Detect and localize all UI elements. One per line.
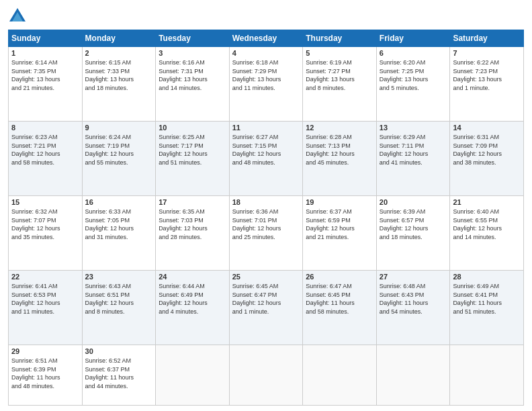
day-cell: 22Sunrise: 6:41 AM Sunset: 6:53 PM Dayli… [9, 270, 83, 345]
day-info: Sunrise: 6:14 AM Sunset: 7:35 PM Dayligh… [11, 58, 79, 92]
day-info: Sunrise: 6:28 AM Sunset: 7:13 PM Dayligh… [306, 133, 373, 167]
day-info: Sunrise: 6:37 AM Sunset: 6:59 PM Dayligh… [306, 208, 373, 241]
day-cell: 8Sunrise: 6:23 AM Sunset: 7:21 PM Daylig… [9, 121, 83, 195]
day-info: Sunrise: 6:44 AM Sunset: 6:49 PM Dayligh… [159, 282, 226, 316]
header-sunday: Sunday [9, 30, 83, 47]
logo [8, 7, 30, 26]
day-cell: 2Sunrise: 6:15 AM Sunset: 7:33 PM Daylig… [82, 47, 156, 122]
day-cell [376, 345, 450, 405]
day-cell: 16Sunrise: 6:33 AM Sunset: 7:05 PM Dayli… [82, 195, 156, 270]
week-row-5: 29Sunrise: 6:51 AM Sunset: 6:39 PM Dayli… [9, 345, 524, 405]
day-cell: 29Sunrise: 6:51 AM Sunset: 6:39 PM Dayli… [9, 345, 83, 405]
day-number: 5 [306, 49, 373, 57]
day-info: Sunrise: 6:51 AM Sunset: 6:39 PM Dayligh… [11, 357, 79, 390]
day-number: 13 [380, 124, 447, 132]
day-cell [229, 345, 303, 405]
day-number: 21 [453, 198, 521, 206]
day-number: 17 [159, 198, 226, 206]
week-row-1: 1Sunrise: 6:14 AM Sunset: 7:35 PM Daylig… [9, 47, 524, 122]
header-wednesday: Wednesday [229, 30, 303, 47]
day-info: Sunrise: 6:29 AM Sunset: 7:11 PM Dayligh… [380, 133, 447, 167]
day-number: 4 [232, 49, 300, 57]
day-cell: 19Sunrise: 6:37 AM Sunset: 6:59 PM Dayli… [303, 195, 377, 270]
day-cell: 5Sunrise: 6:19 AM Sunset: 7:27 PM Daylig… [303, 47, 377, 122]
day-number: 2 [85, 49, 153, 57]
day-number: 18 [232, 198, 300, 206]
day-info: Sunrise: 6:47 AM Sunset: 6:45 PM Dayligh… [306, 282, 373, 316]
day-info: Sunrise: 6:20 AM Sunset: 7:25 PM Dayligh… [380, 58, 447, 92]
day-info: Sunrise: 6:25 AM Sunset: 7:17 PM Dayligh… [159, 133, 226, 167]
day-info: Sunrise: 6:48 AM Sunset: 6:43 PM Dayligh… [380, 282, 447, 316]
day-number: 6 [380, 49, 447, 57]
day-cell: 15Sunrise: 6:32 AM Sunset: 7:07 PM Dayli… [9, 195, 83, 270]
day-info: Sunrise: 6:27 AM Sunset: 7:15 PM Dayligh… [232, 133, 300, 167]
day-cell: 26Sunrise: 6:47 AM Sunset: 6:45 PM Dayli… [303, 270, 377, 345]
day-cell: 7Sunrise: 6:22 AM Sunset: 7:23 PM Daylig… [450, 47, 524, 122]
day-number: 25 [232, 273, 300, 281]
day-cell: 17Sunrise: 6:35 AM Sunset: 7:03 PM Dayli… [156, 195, 230, 270]
day-number: 27 [380, 273, 447, 281]
day-cell [450, 345, 524, 405]
day-info: Sunrise: 6:39 AM Sunset: 6:57 PM Dayligh… [380, 208, 447, 241]
day-info: Sunrise: 6:35 AM Sunset: 7:03 PM Dayligh… [159, 208, 226, 241]
day-info: Sunrise: 6:49 AM Sunset: 6:41 PM Dayligh… [453, 282, 521, 316]
day-info: Sunrise: 6:45 AM Sunset: 6:47 PM Dayligh… [232, 282, 300, 316]
day-number: 3 [159, 49, 226, 57]
day-cell: 13Sunrise: 6:29 AM Sunset: 7:11 PM Dayli… [376, 121, 450, 195]
day-number: 24 [159, 273, 226, 281]
day-info: Sunrise: 6:40 AM Sunset: 6:55 PM Dayligh… [453, 208, 521, 241]
day-number: 7 [453, 49, 521, 57]
header-monday: Monday [82, 30, 156, 47]
day-info: Sunrise: 6:23 AM Sunset: 7:21 PM Dayligh… [11, 133, 79, 167]
header-saturday: Saturday [450, 30, 524, 47]
week-row-3: 15Sunrise: 6:32 AM Sunset: 7:07 PM Dayli… [9, 195, 524, 270]
week-row-4: 22Sunrise: 6:41 AM Sunset: 6:53 PM Dayli… [9, 270, 524, 345]
day-number: 10 [159, 124, 226, 132]
top-section [8, 7, 524, 26]
day-number: 9 [85, 124, 153, 132]
day-cell: 10Sunrise: 6:25 AM Sunset: 7:17 PM Dayli… [156, 121, 230, 195]
day-cell: 27Sunrise: 6:48 AM Sunset: 6:43 PM Dayli… [376, 270, 450, 345]
day-number: 20 [380, 198, 447, 206]
logo-icon [8, 7, 27, 26]
week-row-2: 8Sunrise: 6:23 AM Sunset: 7:21 PM Daylig… [9, 121, 524, 195]
day-number: 22 [11, 273, 79, 281]
day-cell: 3Sunrise: 6:16 AM Sunset: 7:31 PM Daylig… [156, 47, 230, 122]
day-info: Sunrise: 6:33 AM Sunset: 7:05 PM Dayligh… [85, 208, 153, 241]
day-cell: 6Sunrise: 6:20 AM Sunset: 7:25 PM Daylig… [376, 47, 450, 122]
day-cell: 12Sunrise: 6:28 AM Sunset: 7:13 PM Dayli… [303, 121, 377, 195]
day-cell: 18Sunrise: 6:36 AM Sunset: 7:01 PM Dayli… [229, 195, 303, 270]
day-number: 15 [11, 198, 79, 206]
day-info: Sunrise: 6:19 AM Sunset: 7:27 PM Dayligh… [306, 58, 373, 92]
day-cell: 1Sunrise: 6:14 AM Sunset: 7:35 PM Daylig… [9, 47, 83, 122]
header-thursday: Thursday [303, 30, 377, 47]
day-cell: 28Sunrise: 6:49 AM Sunset: 6:41 PM Dayli… [450, 270, 524, 345]
day-cell [156, 345, 230, 405]
day-cell: 11Sunrise: 6:27 AM Sunset: 7:15 PM Dayli… [229, 121, 303, 195]
day-cell [303, 345, 377, 405]
day-info: Sunrise: 6:16 AM Sunset: 7:31 PM Dayligh… [159, 58, 226, 92]
day-number: 8 [11, 124, 79, 132]
day-number: 12 [306, 124, 373, 132]
day-cell: 30Sunrise: 6:52 AM Sunset: 6:37 PM Dayli… [82, 345, 156, 405]
day-info: Sunrise: 6:41 AM Sunset: 6:53 PM Dayligh… [11, 282, 79, 316]
day-number: 11 [232, 124, 300, 132]
calendar-table: SundayMondayTuesdayWednesdayThursdayFrid… [8, 30, 524, 406]
day-info: Sunrise: 6:22 AM Sunset: 7:23 PM Dayligh… [453, 58, 521, 92]
day-number: 23 [85, 273, 153, 281]
day-info: Sunrise: 6:52 AM Sunset: 6:37 PM Dayligh… [85, 357, 153, 390]
header-row: SundayMondayTuesdayWednesdayThursdayFrid… [9, 30, 524, 47]
day-info: Sunrise: 6:18 AM Sunset: 7:29 PM Dayligh… [232, 58, 300, 92]
day-cell: 4Sunrise: 6:18 AM Sunset: 7:29 PM Daylig… [229, 47, 303, 122]
day-info: Sunrise: 6:36 AM Sunset: 7:01 PM Dayligh… [232, 208, 300, 241]
day-number: 29 [11, 347, 79, 355]
day-number: 26 [306, 273, 373, 281]
day-number: 16 [85, 198, 153, 206]
day-info: Sunrise: 6:24 AM Sunset: 7:19 PM Dayligh… [85, 133, 153, 167]
day-cell: 20Sunrise: 6:39 AM Sunset: 6:57 PM Dayli… [376, 195, 450, 270]
day-cell: 23Sunrise: 6:43 AM Sunset: 6:51 PM Dayli… [82, 270, 156, 345]
page: SundayMondayTuesdayWednesdayThursdayFrid… [0, 0, 532, 411]
day-number: 14 [453, 124, 521, 132]
day-cell: 25Sunrise: 6:45 AM Sunset: 6:47 PM Dayli… [229, 270, 303, 345]
day-cell: 21Sunrise: 6:40 AM Sunset: 6:55 PM Dayli… [450, 195, 524, 270]
